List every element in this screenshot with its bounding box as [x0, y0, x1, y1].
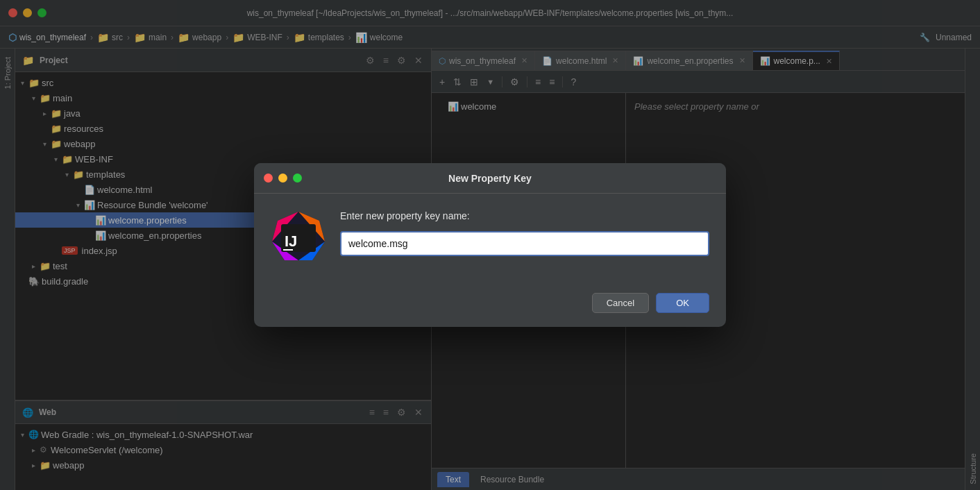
dialog-overlay: New Property Key [0, 0, 980, 490]
ij-logo-container: IJ [271, 210, 326, 268]
property-key-input[interactable] [340, 231, 709, 256]
svg-text:IJ: IJ [285, 233, 297, 250]
dialog-content: Enter new property key name: [340, 210, 709, 256]
cancel-button[interactable]: Cancel [592, 293, 649, 313]
dialog-window-controls [264, 174, 302, 183]
dialog-body: IJ Enter new property key name: [254, 194, 726, 285]
dialog-min-button[interactable] [278, 174, 287, 183]
dialog-titlebar: New Property Key [254, 163, 726, 194]
ok-button[interactable]: OK [656, 293, 709, 313]
dialog-max-button[interactable] [293, 174, 302, 183]
dialog-label: Enter new property key name: [340, 210, 709, 221]
new-property-dialog: New Property Key [254, 163, 726, 327]
svg-rect-3 [283, 249, 293, 251]
dialog-title: New Property Key [448, 173, 532, 184]
intellij-logo: IJ [271, 210, 326, 266]
dialog-buttons: Cancel OK [254, 285, 726, 327]
dialog-close-button[interactable] [264, 174, 273, 183]
